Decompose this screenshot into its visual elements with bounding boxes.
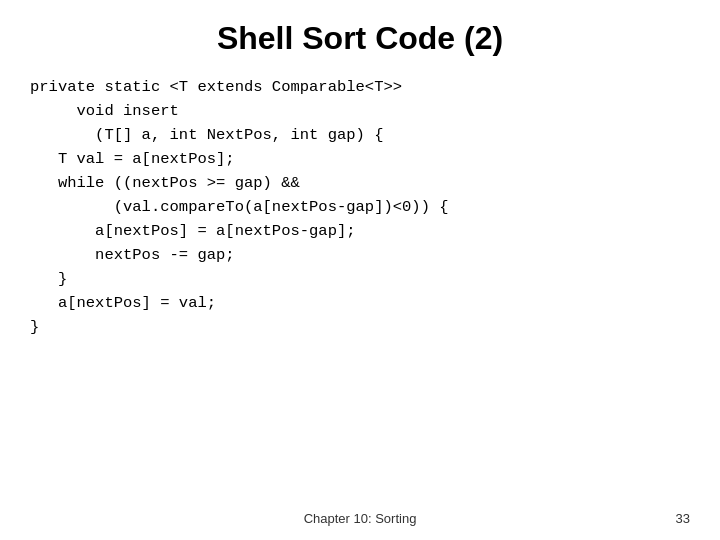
code-block: private static <T extends Comparable<T>>… (30, 75, 690, 500)
slide-title: Shell Sort Code (2) (30, 20, 690, 57)
code-line-1: private static <T extends Comparable<T>> (30, 75, 690, 99)
code-line-2: void insert (30, 99, 690, 123)
footer-page: 33 (676, 511, 690, 526)
code-line-3: (T[] a, int NextPos, int gap) { (30, 123, 690, 147)
code-line-11: } (30, 315, 690, 339)
code-line-6: (val.compareTo(a[nextPos-gap])<0)) { (30, 195, 690, 219)
footer-chapter: Chapter 10: Sorting (0, 511, 720, 526)
code-line-8: nextPos -= gap; (30, 243, 690, 267)
footer-page-number: 33 (676, 511, 690, 526)
code-line-5: while ((nextPos >= gap) && (30, 171, 690, 195)
slide: Shell Sort Code (2) private static <T ex… (0, 0, 720, 540)
footer-chapter-label: Chapter 10: Sorting (304, 511, 417, 526)
code-line-7: a[nextPos] = a[nextPos-gap]; (30, 219, 690, 243)
code-line-10: a[nextPos] = val; (30, 291, 690, 315)
code-line-4: T val = a[nextPos]; (30, 147, 690, 171)
code-line-9: } (30, 267, 690, 291)
